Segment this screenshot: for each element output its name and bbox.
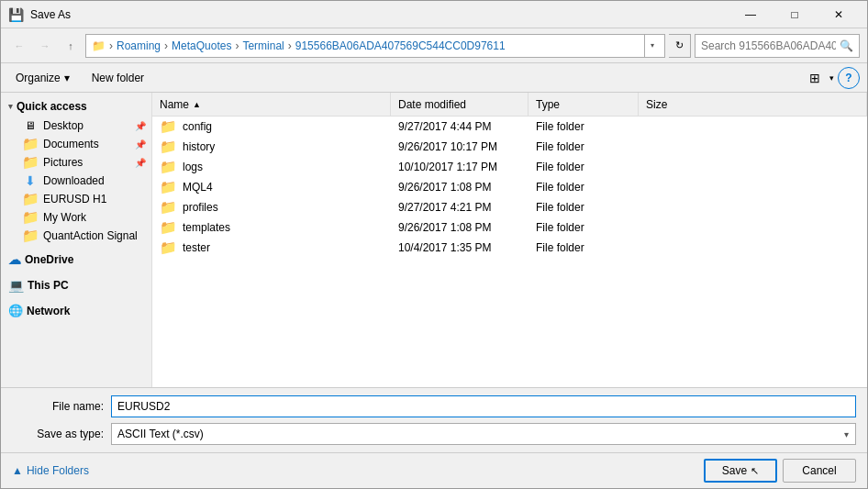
file-date-cell: 9/26/2017 1:08 PM bbox=[398, 221, 536, 234]
file-name-cell: 📁 templates bbox=[160, 219, 398, 236]
organize-label: Organize bbox=[16, 72, 61, 84]
action-row: ▲ Hide Folders Save ↖ Cancel bbox=[1, 452, 867, 488]
folder-icon: 📁 bbox=[160, 239, 177, 256]
table-row[interactable]: 📁 config 9/27/2017 4:44 PM File folder bbox=[152, 117, 867, 137]
breadcrumb-bar[interactable]: 📁 › Roaming › MetaQuotes › Terminal › 91… bbox=[85, 34, 665, 58]
view-dropdown-icon[interactable]: ▾ bbox=[829, 73, 834, 83]
table-row[interactable]: 📁 MQL4 9/26/2017 1:08 PM File folder bbox=[152, 177, 867, 197]
quantaction-folder-icon: 📁 bbox=[23, 229, 38, 242]
file-type-cell: File folder bbox=[536, 161, 646, 173]
file-name-cell: 📁 MQL4 bbox=[160, 179, 398, 195]
filename-label: File name: bbox=[12, 400, 104, 413]
breadcrumb: 📁 › Roaming › MetaQuotes › Terminal › 91… bbox=[92, 39, 644, 52]
sidebar-item-desktop-label: Desktop bbox=[43, 119, 83, 132]
organize-chevron-icon: ▾ bbox=[64, 72, 70, 84]
dialog-title: Save As bbox=[30, 8, 71, 21]
documents-icon: 📁 bbox=[23, 138, 38, 150]
sidebar-item-mywork-label: My Work bbox=[43, 211, 86, 224]
sidebar-item-downloaded[interactable]: ⬇ Downloaded bbox=[1, 172, 151, 190]
close-button[interactable]: ✕ bbox=[818, 1, 860, 28]
file-date-cell: 9/26/2017 10:17 PM bbox=[398, 140, 536, 153]
sidebar-item-desktop[interactable]: 🖥 Desktop 📌 bbox=[1, 117, 151, 135]
save-button[interactable]: Save ↖ bbox=[704, 459, 777, 483]
forward-button[interactable]: → bbox=[34, 35, 56, 57]
title-bar: 💾 Save As — □ ✕ bbox=[1, 1, 867, 28]
organize-button[interactable]: Organize ▾ bbox=[8, 67, 77, 89]
sort-arrow-icon: ▲ bbox=[193, 100, 201, 109]
sidebar-item-quantaction[interactable]: 📁 QuantAction Signal bbox=[1, 227, 151, 245]
desktop-icon: 🖥 bbox=[23, 119, 38, 132]
pin-icon-pictures: 📌 bbox=[135, 158, 146, 168]
view-icon: ⊞ bbox=[809, 71, 820, 85]
sidebar-item-mywork[interactable]: 📁 My Work bbox=[1, 208, 151, 227]
file-date-cell: 10/4/2017 1:35 PM bbox=[398, 241, 536, 254]
sidebar-onedrive-label: OneDrive bbox=[25, 253, 73, 266]
table-row[interactable]: 📁 history 9/26/2017 10:17 PM File folder bbox=[152, 137, 867, 157]
sidebar-item-quantaction-label: QuantAction Signal bbox=[43, 229, 138, 242]
breadcrumb-roaming[interactable]: Roaming bbox=[117, 39, 161, 52]
search-input[interactable] bbox=[701, 39, 836, 52]
col-header-name[interactable]: Name ▲ bbox=[152, 93, 391, 116]
sidebar-item-documents[interactable]: 📁 Documents 📌 bbox=[1, 135, 151, 153]
sidebar-network-header[interactable]: 🌐 Network bbox=[1, 300, 151, 321]
sidebar-onedrive-header[interactable]: ☁ OneDrive bbox=[1, 249, 151, 271]
file-name-cell: 📁 tester bbox=[160, 239, 398, 256]
breadcrumb-current[interactable]: 915566BA06ADA407569C544CC0D97611 bbox=[295, 39, 506, 52]
title-icon: 💾 bbox=[8, 7, 23, 22]
search-icon: 🔍 bbox=[840, 39, 853, 52]
form-area: File name: Save as type: ASCII Text (*.c… bbox=[1, 387, 867, 452]
file-list: 📁 config 9/27/2017 4:44 PM File folder 📁… bbox=[152, 117, 867, 387]
breadcrumb-dropdown[interactable]: ▾ bbox=[644, 35, 659, 57]
folder-icon: 📁 bbox=[160, 179, 177, 195]
col-header-size[interactable]: Size bbox=[639, 93, 867, 116]
table-row[interactable]: 📁 templates 9/26/2017 1:08 PM File folde… bbox=[152, 217, 867, 238]
sidebar-quickaccess-header[interactable]: ▾ Quick access bbox=[1, 96, 151, 117]
hide-folders-button[interactable]: ▲ Hide Folders bbox=[12, 464, 89, 477]
view-button[interactable]: ⊞ bbox=[804, 67, 826, 89]
filename-row: File name: bbox=[12, 395, 856, 417]
breadcrumb-metaquotes[interactable]: MetaQuotes bbox=[172, 39, 231, 52]
save-label: Save bbox=[722, 464, 747, 477]
refresh-button[interactable]: ↻ bbox=[669, 34, 691, 58]
sidebar-network-label: Network bbox=[27, 305, 70, 317]
sidebar-section-network: 🌐 Network bbox=[1, 300, 151, 321]
col-header-type[interactable]: Type bbox=[529, 93, 639, 116]
breadcrumb-folder-icon: 📁 bbox=[92, 39, 106, 52]
cancel-button[interactable]: Cancel bbox=[783, 459, 856, 483]
sidebar-item-documents-label: Documents bbox=[43, 138, 99, 150]
file-date-cell: 9/26/2017 1:08 PM bbox=[398, 181, 536, 194]
col-header-date[interactable]: Date modified bbox=[391, 93, 529, 116]
file-type-cell: File folder bbox=[536, 140, 646, 153]
cursor-icon: ↖ bbox=[751, 465, 759, 477]
savetype-select[interactable]: ASCII Text (*.csv) bbox=[111, 423, 856, 445]
file-date-cell: 9/27/2017 4:44 PM bbox=[398, 120, 536, 133]
sidebar-section-quickaccess: ▾ Quick access 🖥 Desktop 📌 📁 Documents 📌… bbox=[1, 96, 151, 245]
table-row[interactable]: 📁 logs 10/10/2017 1:17 PM File folder bbox=[152, 157, 867, 177]
file-date-cell: 10/10/2017 1:17 PM bbox=[398, 161, 536, 173]
filename-input[interactable] bbox=[111, 395, 856, 417]
quickaccess-chevron-icon: ▾ bbox=[8, 102, 13, 111]
breadcrumb-terminal[interactable]: Terminal bbox=[242, 39, 284, 52]
new-folder-button[interactable]: New folder bbox=[84, 67, 151, 89]
folder-icon: 📁 bbox=[160, 219, 177, 236]
folder-icon: 📁 bbox=[160, 159, 177, 175]
sidebar-item-eurusd[interactable]: 📁 EURUSD H1 bbox=[1, 190, 151, 208]
table-row[interactable]: 📁 tester 10/4/2017 1:35 PM File folder bbox=[152, 238, 867, 258]
sidebar-thispc-header[interactable]: 💻 This PC bbox=[1, 274, 151, 296]
folder-icon: 📁 bbox=[160, 139, 177, 155]
back-button[interactable]: ← bbox=[8, 35, 30, 57]
up-button[interactable]: ↑ bbox=[60, 35, 82, 57]
pictures-icon: 📁 bbox=[23, 156, 38, 169]
table-row[interactable]: 📁 profiles 9/27/2017 4:21 PM File folder bbox=[152, 197, 867, 217]
mywork-folder-icon: 📁 bbox=[23, 211, 38, 224]
help-button[interactable]: ? bbox=[838, 67, 860, 89]
network-icon: 🌐 bbox=[8, 304, 23, 317]
maximize-button[interactable]: □ bbox=[773, 1, 816, 28]
minimize-button[interactable]: — bbox=[729, 1, 772, 28]
new-folder-label: New folder bbox=[92, 72, 144, 84]
file-type-cell: File folder bbox=[536, 201, 646, 214]
hide-folders-chevron-icon: ▲ bbox=[12, 464, 23, 477]
search-bar[interactable]: 🔍 bbox=[695, 34, 860, 58]
sidebar-item-pictures[interactable]: 📁 Pictures 📌 bbox=[1, 153, 151, 172]
folder-icon: 📁 bbox=[160, 199, 177, 216]
